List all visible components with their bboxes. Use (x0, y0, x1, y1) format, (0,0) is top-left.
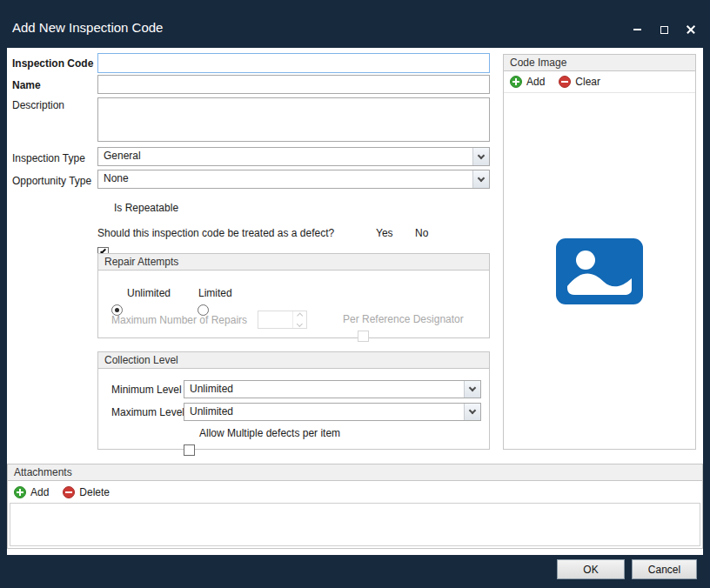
code-image-clear-label: Clear (575, 76, 600, 88)
minus-icon (559, 76, 571, 88)
inspection-code-label: Inspection Code (12, 57, 93, 70)
inspection-type-value: General (98, 148, 472, 165)
code-image-toolbar: Add Clear (504, 71, 695, 93)
defect-no-label[interactable]: No (415, 227, 428, 239)
opportunity-type-dropdown-button[interactable] (472, 170, 489, 188)
limited-label[interactable]: Limited (198, 287, 232, 299)
max-repairs-value (258, 311, 292, 328)
minimum-level-label: Minimum Level (111, 384, 182, 396)
repair-attempts-group: Repair Attempts Unlimited Limited Maximu… (97, 253, 490, 338)
defect-yes-label[interactable]: Yes (376, 227, 393, 239)
close-icon (686, 24, 696, 35)
cancel-button[interactable]: Cancel (632, 559, 697, 579)
per-reference-label: Per Reference Designator (343, 313, 464, 325)
chevron-down-icon (469, 407, 476, 414)
code-image-title: Code Image (504, 55, 695, 71)
maximum-level-dropdown-button[interactable] (464, 404, 480, 420)
opportunity-type-value: None (98, 170, 472, 188)
opportunity-type-label: Opportunity Type (12, 175, 91, 187)
per-reference-checkbox (358, 331, 369, 342)
inspection-type-label: Inspection Type (12, 152, 85, 164)
description-textarea[interactable] (97, 97, 490, 142)
ok-button[interactable]: OK (557, 559, 625, 579)
code-image-add-label: Add (526, 76, 545, 88)
collection-level-group: Collection Level Minimum Level Unlimited… (97, 351, 490, 450)
allow-multiple-checkbox[interactable] (184, 444, 195, 456)
add-inspection-code-dialog: Add New Inspection Code Inspection Code … (0, 0, 710, 588)
minimum-level-select[interactable]: Unlimited (184, 380, 481, 398)
minimize-icon (633, 29, 641, 30)
attachments-delete-label: Delete (79, 486, 110, 498)
window-controls (628, 22, 700, 37)
unlimited-label[interactable]: Unlimited (127, 287, 171, 299)
allow-multiple-label[interactable]: Allow Multiple defects per item (199, 427, 340, 439)
maximize-button[interactable] (655, 22, 673, 37)
attachments-delete-button[interactable]: Delete (63, 486, 110, 498)
attachments-group: Attachments Add Delete (7, 464, 703, 549)
image-placeholder-icon (554, 237, 645, 306)
collection-level-title: Collection Level (98, 352, 489, 369)
spinner-up-icon (297, 313, 303, 319)
name-input[interactable] (97, 75, 490, 94)
code-image-group: Code Image Add Clear (503, 54, 696, 450)
attachments-title: Attachments (8, 464, 702, 481)
chevron-down-icon (478, 174, 485, 181)
attachments-add-label: Add (30, 486, 49, 498)
code-image-clear-button[interactable]: Clear (559, 76, 600, 88)
attachments-list[interactable] (10, 503, 700, 546)
max-repairs-spinner (258, 311, 307, 329)
description-label: Description (12, 99, 64, 111)
spinner-down-icon (297, 320, 303, 326)
maximum-level-select[interactable]: Unlimited (184, 403, 481, 421)
spinner-buttons (292, 311, 306, 328)
radio-dot-icon (115, 308, 119, 312)
minus-icon (63, 486, 75, 498)
repair-attempts-title: Repair Attempts (98, 254, 489, 271)
inspection-code-input[interactable] (97, 53, 490, 73)
is-repeatable-label[interactable]: Is Repeatable (114, 202, 178, 214)
window-title: Add New Inspection Code (12, 20, 163, 35)
code-image-add-button[interactable]: Add (510, 76, 545, 88)
minimum-level-value: Unlimited (184, 381, 464, 398)
attachments-add-button[interactable]: Add (14, 486, 49, 498)
opportunity-type-select[interactable]: None (97, 170, 490, 189)
maximize-icon (660, 26, 668, 34)
maximum-level-label: Maximum Level (111, 406, 184, 418)
defect-question-label: Should this inspection code be treated a… (97, 227, 334, 239)
chevron-down-icon (469, 384, 476, 391)
inspection-type-dropdown-button[interactable] (472, 148, 489, 165)
inspection-type-select[interactable]: General (97, 147, 490, 166)
close-button[interactable] (682, 22, 700, 37)
plus-icon (510, 76, 522, 88)
plus-icon (14, 486, 26, 498)
minimize-button[interactable] (628, 22, 646, 37)
name-label: Name (12, 79, 41, 91)
attachments-toolbar: Add Delete (8, 481, 702, 503)
minimum-level-dropdown-button[interactable] (464, 381, 480, 398)
maximum-level-value: Unlimited (184, 404, 464, 420)
code-image-preview-area (504, 93, 695, 449)
chevron-down-icon (478, 151, 485, 158)
max-repairs-label: Maximum Number of Repairs (111, 314, 247, 326)
